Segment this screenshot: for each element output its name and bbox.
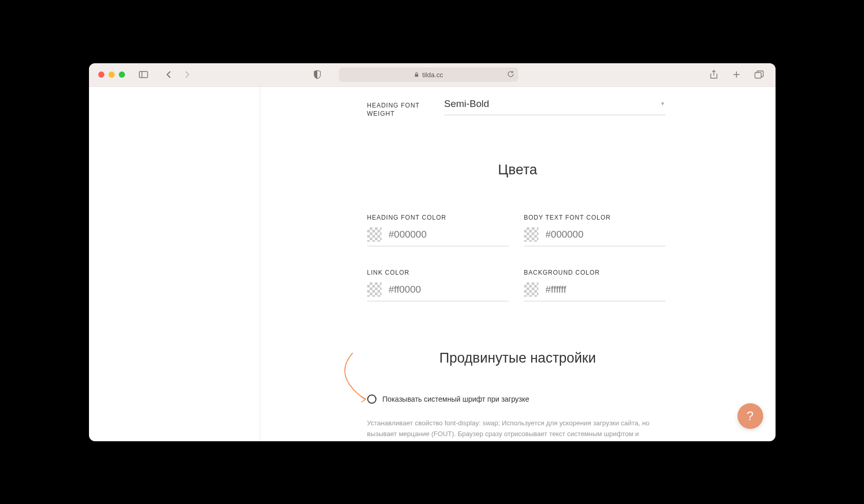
bg-color-input[interactable] xyxy=(546,284,665,295)
system-font-checkbox-row[interactable]: Показывать системный шрифт при загрузке xyxy=(367,394,750,404)
forward-button[interactable] xyxy=(179,67,194,82)
annotation-arrow-icon xyxy=(330,350,376,407)
sidebar-toggle-button[interactable] xyxy=(136,67,151,82)
new-tab-button[interactable] xyxy=(729,67,744,82)
heading-weight-select[interactable]: Semi-Bold ▼ xyxy=(444,94,665,115)
help-text: Устанавливает свойство font-display: swa… xyxy=(367,418,660,441)
svg-rect-2 xyxy=(415,74,419,77)
chevron-down-icon: ▼ xyxy=(660,101,665,106)
svg-rect-0 xyxy=(139,71,148,78)
privacy-shield-button[interactable] xyxy=(310,67,325,82)
checkbox-label: Показывать системный шрифт при загрузке xyxy=(383,395,530,403)
reload-button[interactable] xyxy=(507,70,514,79)
back-button[interactable] xyxy=(162,67,176,82)
heading-weight-label: HEADING FONT WEIGHT xyxy=(367,94,429,119)
select-value: Semi-Bold xyxy=(444,98,490,110)
tabs-overview-button[interactable] xyxy=(752,67,766,82)
body-color-input[interactable] xyxy=(546,229,665,240)
main-panel: HEADING FONT WEIGHT Semi-Bold ▼ Цвета HE… xyxy=(260,87,776,441)
maximize-window-button[interactable] xyxy=(119,71,125,78)
link-color-input[interactable] xyxy=(389,284,509,295)
colors-heading: Цвета xyxy=(286,162,750,178)
browser-window: tilda.cc xyxy=(89,63,776,441)
help-icon: ? xyxy=(747,409,753,423)
color-swatch[interactable] xyxy=(367,282,382,297)
share-button[interactable] xyxy=(707,67,721,82)
color-swatch[interactable] xyxy=(524,227,538,242)
field-label: LINK COLOR xyxy=(367,269,509,276)
field-label: HEADING FONT COLOR xyxy=(367,214,509,221)
bg-color-field: BACKGROUND COLOR xyxy=(524,269,665,301)
minimize-window-button[interactable] xyxy=(109,71,115,78)
page-content: HEADING FONT WEIGHT Semi-Bold ▼ Цвета HE… xyxy=(89,87,776,441)
color-fields-grid: HEADING FONT COLOR BODY TEXT FONT COLOR … xyxy=(367,214,665,301)
close-window-button[interactable] xyxy=(98,71,104,78)
advanced-settings-section: Продвинутые настройки Показывать системн… xyxy=(286,350,750,441)
url-text: tilda.cc xyxy=(422,71,443,79)
heading-color-input[interactable] xyxy=(389,229,509,240)
traffic-lights xyxy=(98,71,125,78)
svg-rect-5 xyxy=(755,73,761,78)
color-swatch[interactable] xyxy=(367,227,382,242)
address-bar[interactable]: tilda.cc xyxy=(339,67,519,82)
link-color-field: LINK COLOR xyxy=(367,269,509,301)
color-swatch[interactable] xyxy=(524,282,538,297)
browser-toolbar: tilda.cc xyxy=(89,63,776,87)
lock-icon xyxy=(414,72,419,77)
heading-color-field: HEADING FONT COLOR xyxy=(367,214,509,246)
field-label: BODY TEXT FONT COLOR xyxy=(524,214,665,221)
body-color-field: BODY TEXT FONT COLOR xyxy=(524,214,665,246)
help-button[interactable]: ? xyxy=(737,403,763,429)
field-label: BACKGROUND COLOR xyxy=(524,269,665,276)
